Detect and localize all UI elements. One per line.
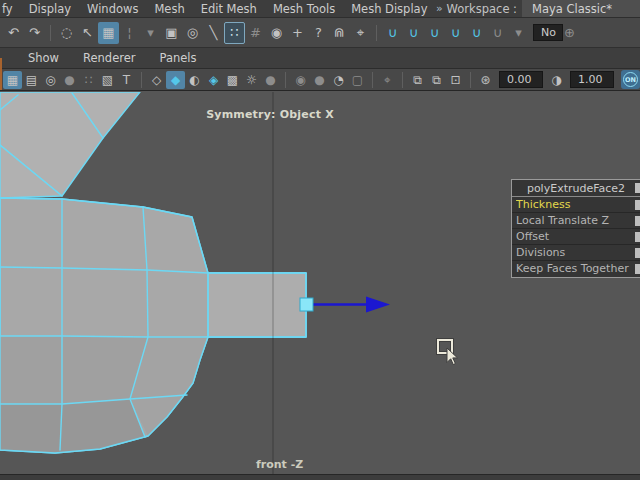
exposure-field[interactable]: 0.00 bbox=[499, 71, 543, 88]
menu-item-modify-partial[interactable]: fy bbox=[0, 2, 21, 16]
live-surface-icon[interactable]: ⊕ bbox=[559, 22, 580, 44]
menubar-overflow-icon[interactable]: » bbox=[436, 2, 441, 15]
snap-to-curve-icon[interactable]: ∪ bbox=[403, 22, 424, 44]
help-icon[interactable]: ? bbox=[308, 22, 329, 44]
field-sliver bbox=[635, 183, 640, 193]
panel-menu-show[interactable]: Show bbox=[16, 51, 71, 65]
maya-window: fy Display Windows Mesh Edit Mesh Mesh T… bbox=[0, 0, 640, 480]
menu-item-mesh-tools[interactable]: Mesh Tools bbox=[265, 2, 343, 16]
dropdown-arrow-icon[interactable]: ▾ bbox=[140, 22, 161, 44]
xray-joints-icon[interactable]: ⧉ bbox=[427, 71, 446, 89]
separator bbox=[376, 25, 377, 41]
mesh-shade-band bbox=[0, 399, 148, 453]
redo-icon[interactable]: ↷ bbox=[24, 22, 45, 44]
snap-to-grid-icon[interactable]: ∪ bbox=[382, 22, 403, 44]
contrast-icon[interactable]: ◑ bbox=[547, 71, 566, 89]
curve-square-icon[interactable]: ▣ bbox=[161, 22, 182, 44]
main-menubar: fy Display Windows Mesh Edit Mesh Mesh T… bbox=[0, 0, 640, 18]
motion-blur-icon[interactable]: ● bbox=[310, 71, 329, 89]
snap-to-view-plane-icon[interactable]: ∪ bbox=[466, 22, 487, 44]
separator bbox=[470, 72, 471, 88]
menu-item-display[interactable]: Display bbox=[21, 2, 79, 16]
line-tool-icon[interactable]: ╲ bbox=[203, 22, 224, 44]
separator bbox=[285, 72, 286, 88]
lock-icon[interactable]: ⋒ bbox=[329, 22, 350, 44]
menu-item-mesh-display[interactable]: Mesh Display bbox=[343, 2, 435, 16]
isolate-select-icon[interactable]: ⌖ bbox=[378, 71, 397, 89]
make-live-icon[interactable]: ∪ bbox=[487, 22, 508, 44]
snap-to-projected-center-icon[interactable]: ∪ bbox=[445, 22, 466, 44]
ive-row-thickness[interactable]: Thickness bbox=[512, 197, 640, 213]
status-line-icons: ↶↷◌↖▦¦▾▣◎╲∷#◉+?⋒⌖∪∪∪∪∪∪▾ bbox=[3, 22, 529, 44]
mesh-extruded-face[interactable] bbox=[208, 273, 306, 337]
occlusion-icon[interactable]: ◉ bbox=[291, 71, 310, 89]
field-chart-icon[interactable]: ∷ bbox=[79, 71, 98, 89]
camera-hud-label: front -Z bbox=[256, 458, 303, 471]
mesh-shade-band bbox=[0, 336, 148, 404]
snap-mini-icon[interactable]: # bbox=[245, 22, 266, 44]
dropdown-arrow-icon[interactable]: ▾ bbox=[508, 22, 529, 44]
ive-row-offset[interactable]: Offset bbox=[512, 229, 640, 245]
wireframe-cube-icon[interactable]: ◇ bbox=[147, 71, 166, 89]
separator bbox=[50, 25, 51, 41]
points-grid-icon[interactable]: ∷ bbox=[224, 22, 245, 44]
in-view-editor-title: polyExtrudeFace2 bbox=[512, 180, 640, 197]
smooth-shade-icon[interactable]: ◆ bbox=[166, 71, 185, 89]
textured-cube-icon[interactable]: ◈ bbox=[204, 71, 223, 89]
ive-row-local-translate-z[interactable]: Local Translate Z bbox=[512, 213, 640, 229]
xray-icon[interactable]: ⧉ bbox=[408, 71, 427, 89]
panel-edge-accent bbox=[0, 58, 2, 90]
multisample-icon[interactable]: ◔ bbox=[329, 71, 348, 89]
panel-menu-panels[interactable]: Panels bbox=[148, 51, 209, 65]
workspace-dropdown[interactable]: Maya Classic* bbox=[522, 0, 640, 18]
target-icon[interactable]: ◉ bbox=[266, 22, 287, 44]
pick-cursor-icon[interactable]: ⌖ bbox=[350, 22, 371, 44]
snap-to-point-icon[interactable]: ∪ bbox=[424, 22, 445, 44]
in-view-editor-title-text: polyExtrudeFace2 bbox=[527, 182, 625, 195]
viewport-front[interactable]: Symmetry: Object X front -Z polyExtrudeF… bbox=[0, 92, 640, 480]
panel-toolbar-icons: ▦▤◎●∷▧T◇◆◐◈▩☼●◉●◔▢⌖⧉⧉⊡⊛ bbox=[3, 71, 495, 89]
field-sliver bbox=[635, 232, 640, 242]
gate-mask-icon[interactable]: ● bbox=[60, 71, 79, 89]
curve-circle-icon[interactable]: ◎ bbox=[182, 22, 203, 44]
viewport-mesh-canvas bbox=[0, 92, 640, 480]
crosshair-icon[interactable]: + bbox=[287, 22, 308, 44]
grid-toggle-icon[interactable]: ▦ bbox=[3, 71, 22, 89]
paint-select-icon[interactable]: ↖ bbox=[77, 22, 98, 44]
lasso-select-icon[interactable]: ◌ bbox=[56, 22, 77, 44]
ive-row-divisions[interactable]: Divisions bbox=[512, 245, 640, 261]
image-plane-icon[interactable]: ▧ bbox=[98, 71, 117, 89]
textured-sphere-icon[interactable]: ◐ bbox=[185, 71, 204, 89]
menu-item-edit-mesh[interactable]: Edit Mesh bbox=[193, 2, 265, 16]
viewport-bottom-border bbox=[0, 474, 640, 480]
symmetry-hud-label: Symmetry: Object X bbox=[150, 108, 390, 121]
field-sliver bbox=[635, 200, 640, 210]
hud-text-icon[interactable]: T bbox=[117, 71, 136, 89]
status-line-toolbar: ↶↷◌↖▦¦▾▣◎╲∷#◉+?⋒⌖∪∪∪∪∪∪▾ No ⊕ bbox=[0, 18, 640, 48]
depth-peel-icon[interactable]: ▢ bbox=[348, 71, 367, 89]
menu-item-windows[interactable]: Windows bbox=[79, 2, 146, 16]
brush-handle-icon[interactable]: ¦ bbox=[119, 22, 140, 44]
exposure-icon[interactable]: ⊛ bbox=[476, 71, 495, 89]
shadows-icon[interactable]: ● bbox=[261, 71, 280, 89]
checker-icon[interactable]: ▩ bbox=[223, 71, 242, 89]
menu-item-mesh[interactable]: Mesh bbox=[146, 2, 192, 16]
resolution-gate-icon[interactable]: ◎ bbox=[41, 71, 60, 89]
field-sliver bbox=[635, 216, 640, 226]
separator bbox=[372, 72, 373, 88]
panel-menubar: Show Renderer Panels bbox=[0, 48, 640, 69]
separator bbox=[402, 72, 403, 88]
lighting-icon[interactable]: ☼ bbox=[242, 71, 261, 89]
undo-icon[interactable]: ↶ bbox=[3, 22, 24, 44]
ive-row-keep-faces-together[interactable]: Keep Faces Together bbox=[512, 261, 640, 277]
panel-menu-renderer[interactable]: Renderer bbox=[71, 51, 148, 65]
in-view-editor: polyExtrudeFace2 Thickness Local Transla… bbox=[511, 179, 640, 278]
grid-y-axis-line bbox=[272, 92, 274, 474]
gamma-field[interactable]: 1.00 bbox=[570, 71, 614, 88]
field-sliver bbox=[635, 264, 640, 274]
film-gate-icon[interactable]: ▤ bbox=[22, 71, 41, 89]
xray-active-icon[interactable]: ⊡ bbox=[446, 71, 465, 89]
marquee-select-icon[interactable]: ▦ bbox=[98, 22, 119, 44]
panel-toolbar: ▦▤◎●∷▧T◇◆◐◈▩☼●◉●◔▢⌖⧉⧉⊡⊛ 0.00 ◑ 1.00 ON s… bbox=[0, 69, 640, 91]
color-management-toggle[interactable]: ON bbox=[621, 70, 640, 89]
